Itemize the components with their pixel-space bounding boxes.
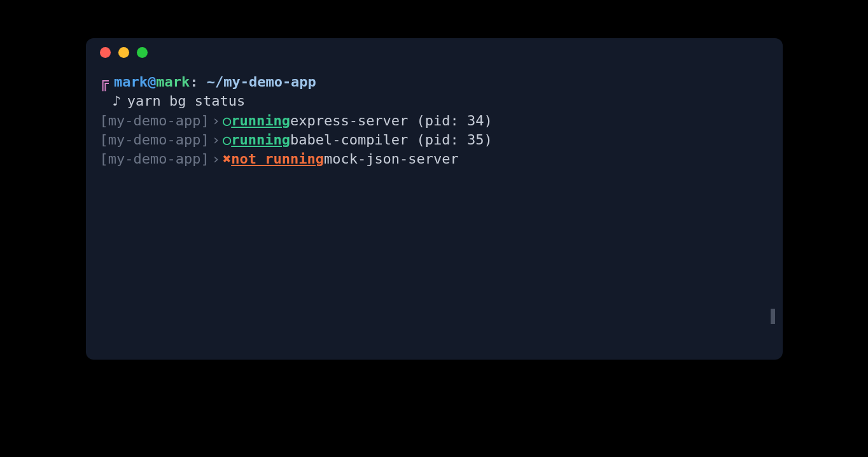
prompt-at: @	[148, 74, 156, 90]
close-button[interactable]	[100, 47, 111, 58]
maximize-button[interactable]	[137, 47, 148, 58]
process-name: babel-compiler	[290, 130, 408, 150]
pid-label: (pid:	[408, 111, 467, 130]
prefix-project-name: my-demo-app	[108, 150, 201, 169]
status-label: running	[231, 111, 290, 130]
prompt-path: ~/my-demo-app	[207, 74, 316, 90]
scrollbar-thumb[interactable]	[771, 309, 775, 324]
prompt-colon: :	[190, 74, 198, 90]
terminal-body[interactable]: ╔ mark@mark: ~/my-demo-app ♪ yarn bg sta…	[86, 66, 783, 169]
status-label: not running	[231, 150, 324, 169]
prefix-bracket-close: ]	[200, 111, 209, 130]
status-running-icon: ○	[223, 130, 231, 150]
prompt-line: ╔ mark@mark: ~/my-demo-app	[100, 73, 783, 92]
chevron-icon: ›	[212, 130, 220, 150]
terminal-window: ╔ mark@mark: ~/my-demo-app ♪ yarn bg sta…	[86, 38, 783, 360]
prefix-bracket-close: ]	[200, 150, 209, 169]
status-label: running	[231, 130, 290, 150]
pid-close: )	[484, 130, 493, 150]
window-titlebar	[86, 38, 783, 66]
status-line: [my-demo-app] › ✖ not running mock-json-…	[100, 150, 783, 169]
prompt-bracket-icon: ╔	[100, 74, 109, 90]
status-running-icon: ○	[223, 111, 231, 130]
process-name: mock-json-server	[324, 150, 459, 169]
status-line: [my-demo-app] › ○ running babel-compiler…	[100, 130, 783, 150]
status-output: [my-demo-app] › ○ running express-server…	[100, 111, 783, 169]
prefix-bracket-open: [	[100, 150, 108, 169]
pid-label: (pid:	[408, 130, 467, 150]
music-note-icon: ♪	[113, 92, 121, 111]
pid-value: 34	[467, 111, 484, 130]
prefix-bracket-open: [	[100, 130, 108, 150]
pid-value: 35	[467, 130, 484, 150]
chevron-icon: ›	[212, 150, 220, 169]
pid-close: )	[484, 111, 493, 130]
prefix-bracket-open: [	[100, 111, 108, 130]
command-line: ♪ yarn bg status	[100, 92, 783, 111]
prompt-host: mark	[156, 74, 190, 90]
process-name: express-server	[290, 111, 408, 130]
command-text: yarn bg status	[127, 92, 245, 111]
prefix-project-name: my-demo-app	[108, 111, 201, 130]
minimize-button[interactable]	[118, 47, 129, 58]
prompt-user: mark	[114, 74, 148, 90]
status-not-running-icon: ✖	[223, 150, 231, 169]
prefix-bracket-close: ]	[200, 130, 209, 150]
prefix-project-name: my-demo-app	[108, 130, 201, 150]
chevron-icon: ›	[212, 111, 220, 130]
status-line: [my-demo-app] › ○ running express-server…	[100, 111, 783, 130]
